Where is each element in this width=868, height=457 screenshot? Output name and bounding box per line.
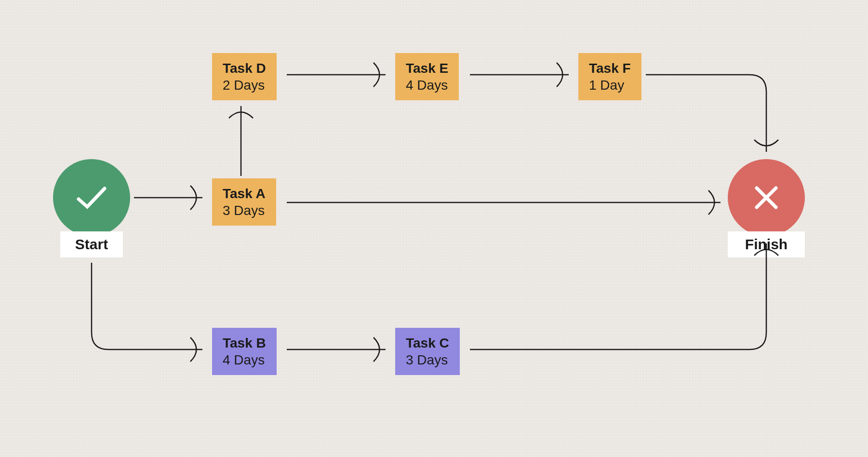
task-c-title: Task C <box>406 335 449 351</box>
task-f-title: Task F <box>589 60 631 77</box>
task-f-days: 1 Day <box>589 77 631 94</box>
task-b: Task B 4 Days <box>212 328 277 375</box>
arrow-f-to-finish <box>646 75 766 152</box>
task-d-days: 2 Days <box>223 77 266 94</box>
task-b-days: 4 Days <box>223 351 266 368</box>
task-e-title: Task E <box>406 60 448 77</box>
task-a-title: Task A <box>223 185 266 202</box>
task-e-days: 4 Days <box>406 77 448 94</box>
task-d-title: Task D <box>223 60 266 77</box>
start-node <box>53 159 130 236</box>
check-icon <box>75 185 108 211</box>
task-e: Task E 4 Days <box>395 53 459 100</box>
task-c: Task C 3 Days <box>395 328 460 375</box>
task-b-title: Task B <box>223 335 266 351</box>
arrow-start-to-b <box>92 263 202 349</box>
task-d: Task D 2 Days <box>212 53 277 100</box>
task-a: Task A 3 Days <box>212 178 276 226</box>
task-c-days: 3 Days <box>406 351 449 368</box>
finish-node <box>728 159 805 236</box>
finish-label: Finish <box>728 231 805 257</box>
task-f: Task F 1 Day <box>578 53 641 100</box>
x-icon <box>752 183 781 212</box>
start-label: Start <box>60 231 123 257</box>
task-a-days: 3 Days <box>223 202 266 219</box>
arrow-c-to-finish <box>470 243 766 349</box>
